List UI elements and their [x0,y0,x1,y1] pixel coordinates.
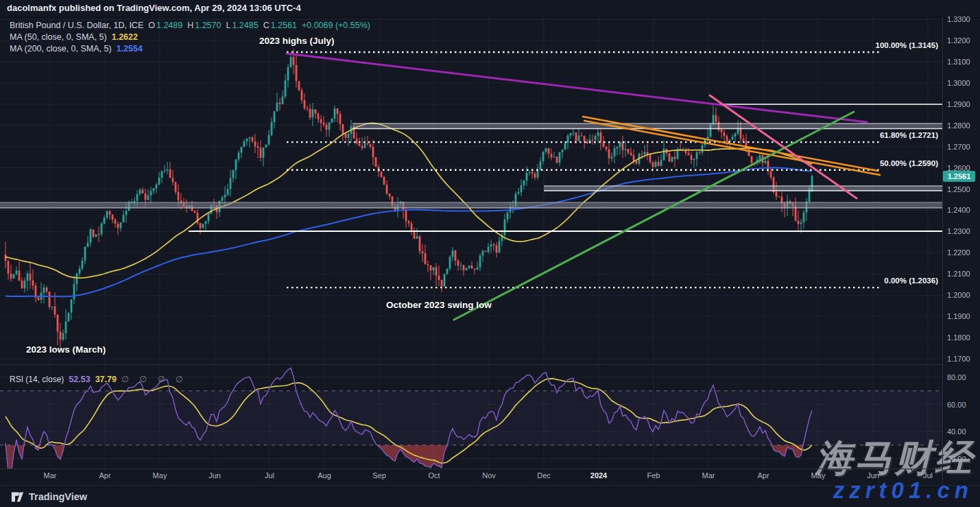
time-label: Aug [318,471,331,480]
candle [370,144,372,147]
candle [438,276,440,280]
candle [337,108,339,114]
time-label: Mar [44,471,57,480]
time-label: Sep [372,471,386,480]
candle [145,193,147,200]
candle [633,155,635,161]
candle [246,139,248,141]
candle [32,281,34,286]
time-label: Jul [923,471,933,480]
candle [482,251,484,256]
candle [778,196,780,197]
candle [603,142,605,147]
candle [732,137,734,140]
candle [296,65,298,82]
candle [43,287,45,293]
candle [559,152,561,163]
candle [748,149,750,156]
candle [279,103,281,104]
candle [504,220,506,235]
candle [597,132,599,136]
candle [252,137,254,141]
candle [518,192,520,193]
candle [243,141,246,147]
candle [427,264,429,266]
candle [320,119,322,123]
candle [674,157,676,159]
candle [331,119,333,123]
time-label: Jul [265,471,274,480]
candle [323,123,325,125]
candle [526,173,528,180]
candle [164,170,166,171]
candle [208,214,210,222]
candle [153,188,155,191]
candle [49,292,51,307]
chart-plot-area[interactable] [0,17,942,469]
candle [263,148,265,158]
candle [24,281,26,288]
candle [452,250,454,257]
candle [578,136,580,141]
price-tick: 1.2100 [947,270,970,278]
candle [276,103,278,112]
price-tick: 1.3200 [947,36,970,45]
candle [652,163,654,167]
candle [649,155,652,163]
candle [265,145,267,148]
candle [361,146,363,148]
candle [194,211,196,213]
purple-downtrend[interactable] [287,54,867,122]
candle [713,115,715,125]
candle [112,215,114,220]
candle [625,149,627,150]
candle [521,185,523,192]
candle [595,136,597,140]
candle [414,232,416,239]
price-tick: 1.2900 [947,100,970,108]
price-tick: 1.3100 [947,58,970,66]
candle [581,136,583,137]
candle [136,194,139,201]
candle [759,155,761,159]
candle [534,174,536,178]
candle [479,255,481,268]
zone-1.2400[interactable] [0,202,942,208]
time-label: Apr [757,471,769,480]
price-axis[interactable]: 1.33001.32001.31001.30001.29001.28001.27… [942,17,980,469]
candle [367,143,369,145]
last-price-badge: 1.2561 [943,171,975,182]
price-tick: 1.2700 [947,143,970,151]
candle [751,156,753,163]
candle [200,223,202,228]
zone-1.2490[interactable] [544,186,942,191]
pane-separator[interactable] [0,364,942,365]
candle [106,211,108,218]
candle [724,132,726,137]
chart-svg [0,17,942,469]
candle [490,244,492,246]
candle [62,333,64,340]
price-tick: 1.1700 [947,355,970,363]
candle [564,143,566,150]
candle [8,261,10,274]
candle [172,178,174,182]
candle [205,221,207,224]
top-bar: dacolmanfx published on TradingView.com,… [0,0,980,18]
price-tick: 1.3000 [947,79,970,87]
time-label: Nov [482,471,496,480]
candle [222,198,224,201]
candle [715,115,717,122]
candle [27,274,29,281]
candle [381,172,383,177]
candle [556,157,558,163]
candle [740,128,742,139]
tradingview-logo[interactable]: TradingView [11,490,87,503]
candle [570,133,572,136]
candle [614,148,616,156]
price-tick: 1.3300 [947,15,970,23]
candle [257,146,259,148]
time-axis[interactable]: MarAprMayJunJulAugSepOctNovDec2024FebMar… [0,469,942,484]
tradingview-logo-icon [11,490,24,503]
candle [68,313,70,322]
